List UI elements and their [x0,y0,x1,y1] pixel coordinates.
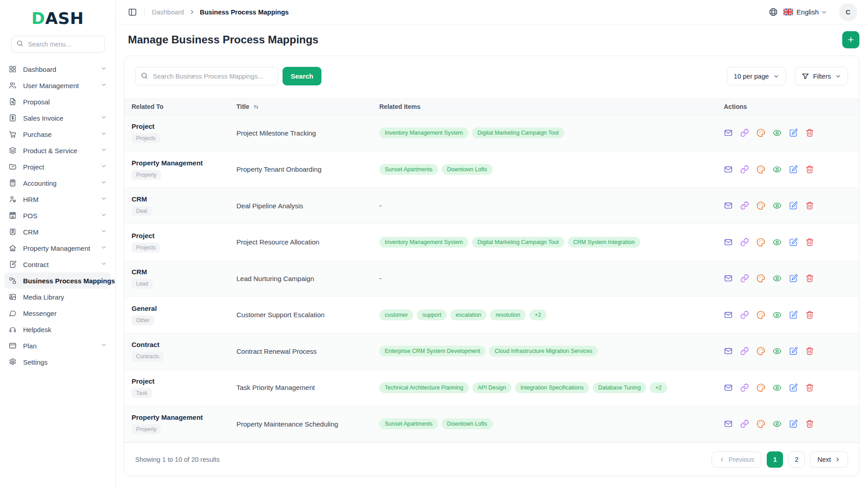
palette-action-icon[interactable] [756,383,765,392]
category-badge: Deal [132,206,152,216]
trash-action-icon[interactable] [805,165,814,174]
sidebar-item-messenger[interactable]: Messenger [5,305,111,321]
sidebar-item-contract[interactable]: Contract [5,256,111,272]
trash-action-icon[interactable] [805,347,814,356]
chevron-down-icon[interactable] [821,9,827,15]
filters-button[interactable]: Filters [795,67,848,85]
trash-action-icon[interactable] [805,274,814,283]
sidebar-item-accounting[interactable]: Accounting [5,175,111,191]
edit-action-icon[interactable] [789,165,798,174]
trash-action-icon[interactable] [805,310,814,319]
mail-action-icon[interactable] [724,419,733,428]
sidebar-item-user-management[interactable]: User Management [5,77,111,94]
palette-action-icon[interactable] [756,128,765,137]
link-action-icon[interactable] [740,347,749,356]
mail-action-icon[interactable] [724,383,733,392]
link-action-icon[interactable] [740,274,749,283]
related-to-cell: CRM Deal [132,195,236,216]
palette-action-icon[interactable] [756,165,765,174]
link-action-icon[interactable] [740,419,749,428]
sidebar-item-helpdesk[interactable]: Helpdesk [5,321,111,338]
eye-action-icon[interactable] [773,274,782,283]
mail-action-icon[interactable] [724,165,733,174]
previous-button[interactable]: Previous [712,451,761,468]
related-item-pill: Enterprise CRM System Development [379,346,486,357]
palette-action-icon[interactable] [756,201,765,210]
sidebar-item-purchase[interactable]: Purchase [5,126,111,142]
edit-action-icon[interactable] [789,238,798,247]
trash-action-icon[interactable] [805,383,814,392]
eye-action-icon[interactable] [773,238,782,247]
table-search-input[interactable] [135,67,278,85]
globe-icon[interactable] [769,7,778,17]
mail-action-icon[interactable] [724,201,733,210]
mail-action-icon[interactable] [724,274,733,283]
related-item-pill: Database Tuning [593,382,646,393]
search-button[interactable]: Search [283,67,321,85]
sidebar-item-proposal[interactable]: Proposal [5,94,111,110]
page-button-1[interactable]: 1 [767,451,783,468]
next-button[interactable]: Next [810,451,848,468]
mail-action-icon[interactable] [724,238,733,247]
edit-action-icon[interactable] [789,274,798,283]
trash-action-icon[interactable] [805,238,814,247]
sidebar-item-business-process-mappings[interactable]: Business Process Mappings [5,272,111,289]
edit-action-icon[interactable] [789,383,798,392]
palette-action-icon[interactable] [756,274,765,283]
link-action-icon[interactable] [740,310,749,319]
sort-icon[interactable] [253,103,259,110]
sidebar-item-plan[interactable]: Plan [5,338,111,354]
breadcrumb-dashboard[interactable]: Dashboard [152,9,184,16]
link-action-icon[interactable] [740,165,749,174]
eye-action-icon[interactable] [773,201,782,210]
mail-action-icon[interactable] [724,310,733,319]
edit-action-icon[interactable] [789,201,798,210]
edit-action-icon[interactable] [789,310,798,319]
sidebar-item-sales-invoice[interactable]: Sales Invoice [5,110,111,126]
edit-action-icon[interactable] [789,419,798,428]
avatar[interactable]: C [839,3,857,21]
sidebar-item-dashboard[interactable]: Dashboard [5,61,111,77]
edit-action-icon[interactable] [789,347,798,356]
mail-action-icon[interactable] [724,347,733,356]
chevron-down-icon [835,73,841,80]
eye-action-icon[interactable] [773,419,782,428]
edit-action-icon[interactable] [789,128,798,137]
link-action-icon[interactable] [740,238,749,247]
palette-action-icon[interactable] [756,238,765,247]
sidebar-item-product-service[interactable]: Product & Service [5,142,111,159]
sidebar-item-hrm[interactable]: HRM [5,191,111,207]
sidebar-search-input[interactable] [11,36,105,53]
sidebar-item-settings[interactable]: Settings [5,354,111,370]
sidebar-collapse-icon[interactable] [128,8,137,17]
link-action-icon[interactable] [740,383,749,392]
palette-action-icon[interactable] [756,310,765,319]
row-title: Property Maintenance Scheduling [236,420,379,428]
sidebar-item-project[interactable]: Project [5,159,111,175]
link-action-icon[interactable] [740,201,749,210]
page-button-2[interactable]: 2 [788,451,805,468]
related-item-pill: Inventory Management System [379,127,468,138]
trash-action-icon[interactable] [805,201,814,210]
eye-action-icon[interactable] [773,310,782,319]
related-to-cell: Contract Contracts [132,341,236,361]
mail-action-icon[interactable] [724,128,733,137]
eye-action-icon[interactable] [773,347,782,356]
palette-action-icon[interactable] [756,419,765,428]
palette-action-icon[interactable] [756,347,765,356]
eye-action-icon[interactable] [773,383,782,392]
sidebar-item-property-management[interactable]: Property Management [5,240,111,256]
link-action-icon[interactable] [740,128,749,137]
sidebar-item-crm[interactable]: CRM [5,224,111,240]
per-page-select[interactable]: 10 per page [727,67,786,85]
trash-action-icon[interactable] [805,128,814,137]
eye-action-icon[interactable] [773,128,782,137]
sidebar-item-pos[interactable]: POS [5,207,111,224]
language-label[interactable]: English [797,8,819,16]
users-icon [8,81,17,90]
col-title-label: Title [236,103,250,110]
eye-action-icon[interactable] [773,165,782,174]
trash-action-icon[interactable] [805,419,814,428]
add-button[interactable]: + [842,31,859,48]
sidebar-item-media-library[interactable]: Media Library [5,289,111,305]
